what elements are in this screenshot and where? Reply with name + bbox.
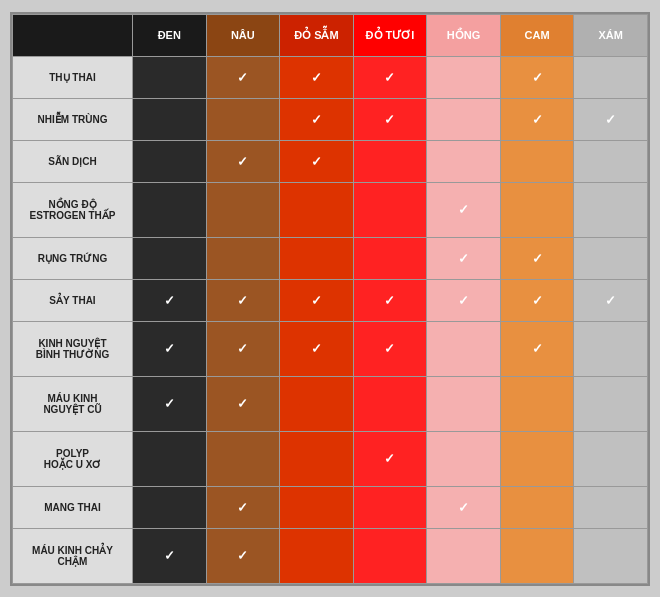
table-row: NỒNG ĐỘESTROGEN THẤP✓ [13, 182, 648, 237]
cell-dotươi-row8: ✓ [353, 431, 427, 486]
cell-xam-row8 [574, 431, 648, 486]
cell-hong-row8 [427, 431, 501, 486]
cell-dotươi-row2 [353, 140, 427, 182]
row-label: THỤ THAI [13, 56, 133, 98]
table-row: NHIỄM TRÙNG✓✓✓✓ [13, 98, 648, 140]
cell-dosam-row3 [280, 182, 354, 237]
cell-dosam-row9 [280, 486, 354, 528]
color-table: ĐEN NÂU ĐỎ SẪM ĐỎ TƯƠI HỒNG CAM XÁM THỤ … [10, 12, 650, 586]
row-label: MANG THAI [13, 486, 133, 528]
cell-den-row5: ✓ [133, 279, 207, 321]
cell-den-row7: ✓ [133, 376, 207, 431]
row-label: KINH NGUYỆTBÌNH THƯỜNG [13, 321, 133, 376]
cell-cam-row2 [500, 140, 574, 182]
cell-den-row3 [133, 182, 207, 237]
cell-cam-row4: ✓ [500, 237, 574, 279]
cell-hong-row7 [427, 376, 501, 431]
cell-hong-row3: ✓ [427, 182, 501, 237]
table-row: SẢY THAI✓✓✓✓✓✓✓ [13, 279, 648, 321]
cell-dotươi-row3 [353, 182, 427, 237]
cell-xam-row6 [574, 321, 648, 376]
cell-hong-row0 [427, 56, 501, 98]
cell-cam-row0: ✓ [500, 56, 574, 98]
cell-cam-row6: ✓ [500, 321, 574, 376]
cell-nau-row4 [206, 237, 280, 279]
cell-dotươi-row10 [353, 528, 427, 583]
cell-dosam-row0: ✓ [280, 56, 354, 98]
cell-den-row9 [133, 486, 207, 528]
table-row: RỤNG TRỨNG✓✓ [13, 237, 648, 279]
cell-den-row1 [133, 98, 207, 140]
table-row: POLYPHOẶC U XƠ✓ [13, 431, 648, 486]
table-row: KINH NGUYỆTBÌNH THƯỜNG✓✓✓✓✓ [13, 321, 648, 376]
cell-nau-row2: ✓ [206, 140, 280, 182]
row-label: POLYPHOẶC U XƠ [13, 431, 133, 486]
cell-den-row0 [133, 56, 207, 98]
table-row: MÁU KINH CHẢYCHẬM✓✓ [13, 528, 648, 583]
cell-dosam-row10 [280, 528, 354, 583]
header-label-cell [13, 14, 133, 56]
row-label: NỒNG ĐỘESTROGEN THẤP [13, 182, 133, 237]
cell-hong-row5: ✓ [427, 279, 501, 321]
cell-hong-row4: ✓ [427, 237, 501, 279]
cell-xam-row1: ✓ [574, 98, 648, 140]
header-den: ĐEN [133, 14, 207, 56]
cell-nau-row7: ✓ [206, 376, 280, 431]
cell-xam-row4 [574, 237, 648, 279]
cell-dotươi-row5: ✓ [353, 279, 427, 321]
row-label: MÁU KINH CHẢYCHẬM [13, 528, 133, 583]
header-cam: CAM [500, 14, 574, 56]
header-dosam: ĐỎ SẪM [280, 14, 354, 56]
cell-hong-row2 [427, 140, 501, 182]
cell-dosam-row1: ✓ [280, 98, 354, 140]
cell-den-row10: ✓ [133, 528, 207, 583]
cell-nau-row5: ✓ [206, 279, 280, 321]
cell-xam-row7 [574, 376, 648, 431]
cell-xam-row0 [574, 56, 648, 98]
cell-dosam-row2: ✓ [280, 140, 354, 182]
cell-nau-row9: ✓ [206, 486, 280, 528]
cell-hong-row1 [427, 98, 501, 140]
row-label: SÃN DỊCH [13, 140, 133, 182]
cell-dosam-row5: ✓ [280, 279, 354, 321]
cell-dotươi-row7 [353, 376, 427, 431]
cell-cam-row7 [500, 376, 574, 431]
cell-nau-row1 [206, 98, 280, 140]
cell-cam-row1: ✓ [500, 98, 574, 140]
table-row: SÃN DỊCH✓✓ [13, 140, 648, 182]
table-row: THỤ THAI✓✓✓✓ [13, 56, 648, 98]
cell-nau-row0: ✓ [206, 56, 280, 98]
cell-hong-row9: ✓ [427, 486, 501, 528]
cell-nau-row6: ✓ [206, 321, 280, 376]
cell-den-row2 [133, 140, 207, 182]
cell-dosam-row7 [280, 376, 354, 431]
row-label: SẢY THAI [13, 279, 133, 321]
cell-cam-row5: ✓ [500, 279, 574, 321]
table-row: MÁU KINHNGUYỆT CŨ✓✓ [13, 376, 648, 431]
cell-xam-row9 [574, 486, 648, 528]
cell-dosam-row4 [280, 237, 354, 279]
cell-dosam-row6: ✓ [280, 321, 354, 376]
cell-dotươi-row9 [353, 486, 427, 528]
cell-cam-row8 [500, 431, 574, 486]
cell-nau-row3 [206, 182, 280, 237]
cell-den-row6: ✓ [133, 321, 207, 376]
cell-cam-row3 [500, 182, 574, 237]
cell-xam-row10 [574, 528, 648, 583]
row-label: MÁU KINHNGUYỆT CŨ [13, 376, 133, 431]
cell-cam-row10 [500, 528, 574, 583]
row-label: NHIỄM TRÙNG [13, 98, 133, 140]
row-label: RỤNG TRỨNG [13, 237, 133, 279]
cell-cam-row9 [500, 486, 574, 528]
header-nau: NÂU [206, 14, 280, 56]
table-row: MANG THAI✓✓ [13, 486, 648, 528]
cell-xam-row5: ✓ [574, 279, 648, 321]
cell-nau-row10: ✓ [206, 528, 280, 583]
header-hong: HỒNG [427, 14, 501, 56]
header-dotươi: ĐỎ TƯƠI [353, 14, 427, 56]
cell-den-row4 [133, 237, 207, 279]
header-xam: XÁM [574, 14, 648, 56]
cell-xam-row3 [574, 182, 648, 237]
cell-hong-row6 [427, 321, 501, 376]
cell-dotươi-row1: ✓ [353, 98, 427, 140]
